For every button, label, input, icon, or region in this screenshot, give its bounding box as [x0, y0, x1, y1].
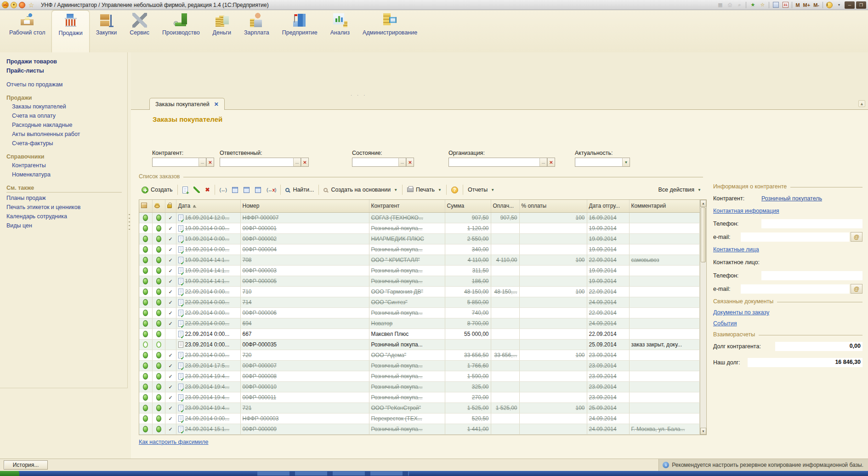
cell-counterparty[interactable]: Розничный покупа... — [369, 381, 445, 392]
clear-x-icon[interactable]: ✕ — [206, 158, 214, 167]
cell-paid[interactable] — [491, 276, 519, 286]
email-field[interactable] — [741, 232, 849, 242]
section-administration[interactable]: Администрирование — [356, 10, 424, 52]
clear-x-icon[interactable]: ✕ — [406, 158, 414, 167]
cell-ship-date[interactable]: 23.09.2014 — [587, 381, 629, 392]
sidebar-item-reports[interactable]: Отчеты по продажам — [6, 80, 124, 89]
sidebar-item[interactable]: Счета на оплату — [6, 111, 124, 120]
preview-icon[interactable]: ⌕ — [735, 1, 743, 9]
cell-date[interactable]: 22.09.2014 0:00... — [176, 318, 240, 329]
cell-percent[interactable] — [519, 318, 587, 329]
scroll-up-icon[interactable]: ▲ — [700, 200, 706, 207]
collapse-panel-icon[interactable]: ▲ — [858, 100, 865, 107]
help-button[interactable]: ? — [448, 185, 461, 195]
lookup-dots-icon[interactable]: ... — [199, 158, 206, 167]
edit-button[interactable] — [191, 185, 203, 194]
cell-ship-date[interactable]: 19.09.2014 — [587, 223, 629, 233]
cell-ship-date[interactable]: 22.09.2014 — [587, 286, 629, 297]
cell-paid[interactable]: 48 150,... — [491, 286, 519, 297]
favorites-list-icon[interactable]: ☆ — [758, 1, 766, 9]
cell-ship-date[interactable]: 24.09.2014 — [587, 424, 629, 434]
section-production[interactable]: Производство — [156, 10, 206, 52]
cell-comment[interactable] — [629, 307, 700, 318]
cell-sum[interactable] — [445, 339, 491, 350]
cell-date[interactable]: 23.09.2014 19:4... — [176, 381, 240, 392]
memory-m-plus-button[interactable]: М+ — [802, 1, 811, 9]
set-interval-button[interactable]: (↔) — [217, 186, 229, 194]
cell-sum[interactable]: 8 700,00 — [445, 318, 491, 329]
cell-ship-date[interactable]: 24.09.2014 — [587, 413, 629, 424]
create-button[interactable]: Создать — [139, 185, 176, 195]
cell-counterparty[interactable]: Максвел Плюс — [369, 329, 445, 339]
cell-comment[interactable] — [629, 371, 700, 381]
cell-paid[interactable]: 4 110,00 — [491, 255, 519, 265]
cell-number[interactable]: 720 — [240, 350, 369, 360]
sidebar-item[interactable]: Виды цен — [6, 221, 124, 230]
sidebar-item[interactable]: Номенклатура — [6, 170, 124, 179]
cell-percent[interactable] — [519, 371, 587, 381]
order-documents-link[interactable]: Документы по заказу — [713, 309, 769, 316]
table-row[interactable]: ✓23.09.2014 0:00...720ООО "Адема"33 656,… — [139, 350, 700, 360]
cell-percent[interactable] — [519, 424, 587, 434]
phone-field[interactable] — [761, 219, 862, 228]
sidebar-item-featured-1[interactable]: Прайс-листы — [6, 66, 124, 75]
table-row[interactable]: ✓19.09.2014 0:00...00ФР-000001Розничный … — [139, 223, 700, 233]
cell-date[interactable]: 24.09.2014 0:00... — [176, 413, 240, 424]
cell-percent[interactable]: 100 — [519, 402, 587, 413]
cell-sum[interactable]: 270,00 — [445, 392, 491, 402]
cell-comment[interactable] — [629, 233, 700, 244]
cell-sum[interactable]: 1 120,00 — [445, 223, 491, 233]
lookup-dots-icon[interactable]: ... — [398, 158, 406, 167]
section-analysis[interactable]: Анализ — [324, 10, 356, 52]
cell-number[interactable]: 00ФР-000011 — [240, 392, 369, 402]
cell-paid[interactable] — [491, 339, 519, 350]
table-row[interactable]: ✓22.09.2014 0:00...714ООО "Синтез"5 850,… — [139, 297, 700, 307]
cell-sum[interactable]: 325,00 — [445, 381, 491, 392]
cell-counterparty[interactable]: ООО "РеКонСтрой" — [369, 402, 445, 413]
cell-counterparty[interactable]: Новатор — [369, 318, 445, 329]
clear-x-icon[interactable]: ✕ — [301, 158, 309, 167]
table-row[interactable]: ✓16.09.2014 12:0...НФФР-000007СОГАЗ (ТЕХ… — [139, 212, 700, 223]
cell-counterparty[interactable]: Розничный покупа... — [369, 392, 445, 402]
cell-number[interactable]: 710 — [240, 286, 369, 297]
cell-ship-date[interactable]: 22.09.2014 — [587, 307, 629, 318]
cell-paid[interactable]: 33 656,... — [491, 350, 519, 360]
cell-percent[interactable] — [519, 233, 587, 244]
table-row[interactable]: ✓19.09.2014 14:1...00ФР-000005Розничный … — [139, 276, 700, 286]
orders-table[interactable]: ДатаНомерКонтрагентСуммаОплач...% оплаты… — [139, 200, 700, 435]
cell-paid[interactable] — [491, 381, 519, 392]
cell-comment[interactable] — [629, 360, 700, 371]
cell-comment[interactable] — [629, 244, 700, 255]
section-purchases[interactable]: Закупки — [90, 10, 124, 52]
column-pay-state[interactable] — [152, 200, 165, 212]
cell-date[interactable]: 22.09.2014 0:00... — [176, 286, 240, 297]
table-row[interactable]: ✓19.09.2014 14:1...708ООО " КРИСТАЛЛ"4 1… — [139, 255, 700, 265]
cell-comment[interactable] — [629, 381, 700, 392]
create-based-button[interactable]: Создать на основании▼ — [321, 185, 400, 194]
cell-counterparty[interactable]: ООО " КРИСТАЛЛ" — [369, 255, 445, 265]
column-header-4[interactable]: Оплач... — [491, 200, 519, 212]
cell-number[interactable]: 00ФР-000004 — [240, 244, 369, 255]
cell-number[interactable]: 00ФР-000035 — [240, 339, 369, 350]
cell-paid[interactable] — [491, 265, 519, 276]
send-email-icon[interactable]: @ — [851, 232, 862, 242]
hidden-tabs-icon[interactable]: . . . — [351, 91, 367, 96]
cell-ship-date[interactable]: 16.09.2014 — [587, 212, 629, 223]
filter-input[interactable] — [575, 158, 622, 167]
cell-number[interactable]: 00ФР-000010 — [240, 381, 369, 392]
cell-date[interactable]: 23.09.2014 0:00... — [176, 350, 240, 360]
cell-ship-date[interactable]: 19.09.2014 — [587, 244, 629, 255]
cell-sum[interactable]: 1 441,00 — [445, 424, 491, 434]
cell-date[interactable]: 24.09.2014 15:1... — [176, 424, 240, 434]
sidebar-item[interactable]: Счета-фактуры — [6, 139, 124, 148]
cell-percent[interactable] — [519, 297, 587, 307]
cell-date[interactable]: 19.09.2014 14:1... — [176, 276, 240, 286]
all-actions-button[interactable]: Все действия▼ — [655, 185, 704, 194]
favorites-star-icon[interactable]: ☆ — [27, 1, 35, 9]
table-row[interactable]: ✓19.09.2014 14:1...00ФР-000003Розничный … — [139, 265, 700, 276]
table-row[interactable]: ✓22.09.2014 0:00...710ООО "Гармония ДВ"4… — [139, 286, 700, 297]
cell-counterparty[interactable]: ООО "Гармония ДВ" — [369, 286, 445, 297]
cell-date[interactable]: 22.09.2014 0:00... — [176, 307, 240, 318]
delete-button[interactable]: ✖ — [203, 185, 213, 194]
cell-number[interactable]: 00ФР-000006 — [240, 307, 369, 318]
